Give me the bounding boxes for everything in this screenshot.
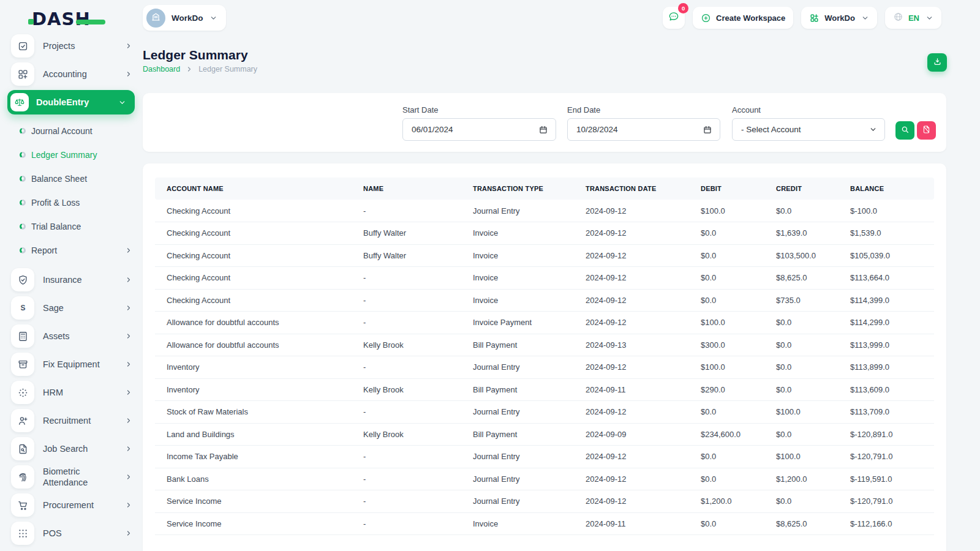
svg-text:S: S bbox=[20, 304, 25, 312]
chevron-right-icon bbox=[125, 276, 132, 283]
logo-accent-dot bbox=[28, 19, 34, 24]
sidebar-item-biometric-attendance[interactable]: Biometric Attendance bbox=[0, 463, 142, 491]
sidebar-item-pos[interactable]: POS bbox=[0, 519, 142, 547]
table-cell: Journal Entry bbox=[473, 200, 586, 222]
reset-filter-button[interactable] bbox=[917, 121, 936, 140]
chevron-right-icon bbox=[125, 332, 132, 340]
table-cell: Kelly Brook bbox=[363, 423, 473, 446]
table-body: Checking Account-Journal Entry2024-09-12… bbox=[155, 200, 934, 535]
sidebar-item-fix-equipment[interactable]: Fix Equipment bbox=[0, 350, 142, 378]
create-workspace-button[interactable]: Create Workspace bbox=[693, 7, 793, 29]
search-icon bbox=[900, 125, 910, 136]
table-cell: 2024-09-12 bbox=[586, 401, 701, 424]
calendar-icon bbox=[538, 125, 548, 135]
ledger-table: ACCOUNT NAMENAMETRANSACTION TYPETRANSACT… bbox=[155, 178, 934, 535]
chevron-right-icon bbox=[125, 389, 132, 396]
sidebar-subitem-ledger-summary[interactable]: Ledger Summary bbox=[0, 143, 142, 167]
sidebar-subitem-journal-account[interactable]: Journal Account bbox=[0, 119, 142, 143]
table-cell: 2024-09-12 bbox=[586, 468, 701, 490]
table-cell: $300.0 bbox=[701, 334, 776, 356]
table-cell: 2024-09-12 bbox=[586, 490, 701, 513]
export-download-button[interactable] bbox=[927, 53, 947, 72]
sidebar-item-sage[interactable]: SSage bbox=[0, 294, 142, 322]
download-icon bbox=[933, 57, 942, 68]
table-row[interactable]: InventoryKelly BrookBill Payment2024-09-… bbox=[155, 378, 934, 401]
grid-plus-icon bbox=[11, 62, 34, 86]
apps-menu-button[interactable]: WorkDo bbox=[801, 7, 877, 29]
sidebar-item-doubleentry[interactable]: DoubleEntry bbox=[7, 90, 135, 114]
table-row[interactable]: Checking Account-Journal Entry2024-09-12… bbox=[155, 200, 934, 222]
sidebar-item-insurance[interactable]: Insurance bbox=[0, 266, 142, 294]
table-row[interactable]: Checking Account-Invoice2024-09-12$0.0$7… bbox=[155, 289, 934, 312]
account-selected-value: - Select Account bbox=[741, 125, 801, 134]
table-header-row: ACCOUNT NAMENAMETRANSACTION TYPETRANSACT… bbox=[155, 178, 934, 200]
table-row[interactable]: Checking Account-Invoice2024-09-12$0.0$8… bbox=[155, 267, 934, 290]
start-date-input[interactable]: 06/01/2024 bbox=[402, 118, 556, 141]
table-row[interactable]: Allowance for doubtful accounts-Invoice … bbox=[155, 312, 934, 334]
table-cell: - bbox=[363, 512, 473, 535]
messages-badge: 0 bbox=[678, 3, 688, 13]
messages-button[interactable]: 0 bbox=[663, 7, 685, 29]
table-row[interactable]: Inventory-Journal Entry2024-09-12$100.0$… bbox=[155, 356, 934, 379]
breadcrumb-dashboard-link[interactable]: Dashboard bbox=[143, 65, 180, 73]
sidebar-subitem-balance-sheet[interactable]: Balance Sheet bbox=[0, 167, 142, 190]
table-cell: - bbox=[363, 490, 473, 513]
workspace-avatar bbox=[146, 9, 165, 28]
sidebar-item-procurement[interactable]: Procurement bbox=[0, 491, 142, 519]
chevron-down-icon bbox=[925, 14, 933, 22]
sidebar-subitem-report[interactable]: Report bbox=[0, 238, 142, 262]
table-row[interactable]: Bank Loans-Journal Entry2024-09-12$0.0$1… bbox=[155, 468, 934, 490]
sidebar-subitem-profit-loss[interactable]: Profit & Loss bbox=[0, 190, 142, 214]
breadcrumb: Dashboard Ledger Summary bbox=[143, 65, 257, 73]
table-cell: - bbox=[363, 468, 473, 490]
table-row[interactable]: Service Income-Invoice2024-09-11$0.0$8,6… bbox=[155, 512, 934, 535]
sidebar-item-assets[interactable]: Assets bbox=[0, 322, 142, 350]
bullet-icon bbox=[20, 200, 26, 206]
dots-circle-icon bbox=[11, 381, 34, 404]
sidebar-subitem-trial-balance[interactable]: Trial Balance bbox=[0, 214, 142, 238]
table-cell: $114,399.0 bbox=[850, 289, 934, 312]
table-row[interactable]: Service Income-Journal Entry2024-09-12$1… bbox=[155, 490, 934, 513]
table-cell: 2024-09-12 bbox=[586, 267, 701, 290]
table-cell: - bbox=[363, 356, 473, 379]
table-cell: 2024-09-09 bbox=[586, 423, 701, 446]
sidebar-item-projects[interactable]: Projects bbox=[0, 32, 142, 60]
sidebar-item-hrm[interactable]: HRM bbox=[0, 378, 142, 407]
sidebar-item-job-search[interactable]: Job Search bbox=[0, 435, 142, 463]
table-cell: $-120,791.0 bbox=[850, 446, 934, 468]
table-cell: Bill Payment bbox=[473, 378, 586, 401]
account-select[interactable]: - Select Account bbox=[732, 118, 885, 141]
bullet-icon bbox=[20, 247, 26, 253]
logo-accent-bar bbox=[76, 20, 105, 24]
table-cell: Land and Buildings bbox=[155, 423, 363, 446]
table-cell: $1,200.0 bbox=[701, 490, 776, 513]
table-cell: $0.0 bbox=[701, 267, 776, 290]
table-cell: $113,709.0 bbox=[850, 401, 934, 424]
table-row[interactable]: Income Tax Payable-Journal Entry2024-09-… bbox=[155, 446, 934, 468]
table-cell: $-119,591.0 bbox=[850, 468, 934, 490]
language-selector[interactable]: EN bbox=[885, 7, 941, 29]
workspace-switcher[interactable]: WorkDo bbox=[143, 5, 226, 31]
chevron-right-icon bbox=[125, 247, 132, 254]
sidebar-item-recruitment[interactable]: Recruitment bbox=[0, 407, 142, 435]
table-cell: Bank Loans bbox=[155, 468, 363, 490]
table-cell: Invoice Payment bbox=[473, 312, 586, 334]
table-row[interactable]: Allowance for doubtful accountsKelly Bro… bbox=[155, 334, 934, 356]
table-cell: - bbox=[363, 267, 473, 290]
logo-text: DASH bbox=[32, 9, 91, 29]
chevron-down-icon bbox=[209, 14, 217, 22]
sage-icon: S bbox=[11, 296, 34, 320]
search-button[interactable] bbox=[895, 121, 914, 140]
table-row[interactable]: Land and BuildingsKelly BrookBill Paymen… bbox=[155, 423, 934, 446]
workspace-name: WorkDo bbox=[172, 13, 203, 23]
sidebar-item-accounting[interactable]: Accounting bbox=[0, 60, 142, 88]
table-cell: Bill Payment bbox=[473, 423, 586, 446]
table-row[interactable]: Stock of Raw Materials-Journal Entry2024… bbox=[155, 401, 934, 424]
table-row[interactable]: Checking AccountBuffy WalterInvoice2024-… bbox=[155, 222, 934, 245]
chevron-right-icon bbox=[186, 66, 193, 73]
table-cell: $8,625.0 bbox=[776, 512, 850, 535]
dash-logo[interactable]: DASH bbox=[32, 9, 91, 29]
table-row[interactable]: Checking AccountBuffy WalterInvoice2024-… bbox=[155, 244, 934, 267]
end-date-input[interactable]: 10/28/2024 bbox=[567, 118, 720, 141]
file-search-icon bbox=[11, 437, 34, 460]
